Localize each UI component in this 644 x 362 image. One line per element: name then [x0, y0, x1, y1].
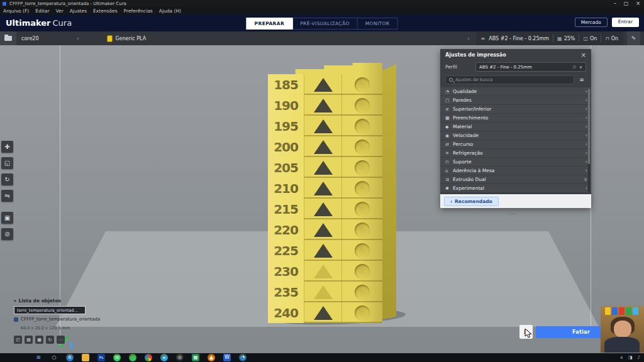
suporte-icon: ⊓ [445, 160, 453, 165]
settings-category-paredes[interactable]: ▢ Paredes ‹ [440, 96, 591, 104]
print-settings-summary[interactable]: ≡ ABS #2 - Fine - 0.25mm ▦25%◫On⊓On [476, 31, 623, 45]
object-list-item[interactable]: CFFFP_torre_temperatura_orientada [14, 317, 100, 322]
settings-category-aderencia-a-mesa[interactable]: ⌂ Aderência à Mesa ‹ [440, 167, 591, 175]
profile-collapse-chevron[interactable]: ‹ [465, 35, 472, 41]
layers-icon[interactable]: ▤ [25, 336, 33, 344]
menu-item-editar[interactable]: Editar [35, 8, 49, 14]
material-selector[interactable]: Generic PLA [107, 35, 147, 42]
printer-icon[interactable]: ◰ [14, 336, 22, 344]
adhesion-icon: ⊓ [605, 36, 609, 41]
taskbar-steam[interactable]: ◎ [176, 354, 184, 361]
taskbar-messenger[interactable] [129, 354, 136, 361]
panel-resize-handle[interactable]: ⋯ [509, 210, 517, 218]
scrollbar-thumb[interactable] [588, 89, 590, 164]
window-title: CFFFP_torre_temperatura_orientada - Ulti… [9, 1, 126, 6]
taskbar-edge-browser[interactable]: e [66, 354, 74, 361]
object-list-actions: ◰▤▦↻⋯ [14, 336, 65, 344]
settings-category-suporte[interactable]: ⊓ Suporte ‹ [440, 158, 591, 166]
panel-scrollbar[interactable] [588, 89, 590, 192]
tray-chevron[interactable]: ∧ [620, 355, 623, 360]
taskbar-telegram[interactable]: ➤ [160, 354, 168, 361]
grid-icon[interactable]: ▦ [35, 336, 43, 344]
support-blocker-tool[interactable]: ⊘ [1, 228, 13, 240]
edit-settings-button[interactable]: ✎ [627, 31, 640, 45]
sign-in-button[interactable]: Entrar [612, 18, 639, 27]
settings-category-material[interactable]: ◆ Material ‹ [440, 123, 591, 131]
settings-search-input[interactable]: Ajustes de busca [445, 75, 574, 84]
marketplace-button[interactable]: Mercado [575, 18, 608, 27]
taskbar-search[interactable]: ○ [50, 354, 58, 361]
triangle-cutout [314, 265, 333, 278]
settings-category-qualidade[interactable]: ◔ Qualidade ‹ [440, 87, 591, 96]
menu-item-preferencias[interactable]: Preferências [124, 8, 153, 14]
menu-item-ajustes[interactable]: Ajustes [70, 8, 87, 14]
folder-icon [4, 36, 12, 41]
temperature-label: 185 [268, 74, 304, 95]
triangle-cutout [314, 78, 333, 92]
logo-block [633, 307, 638, 315]
menu-item-extensoes[interactable]: Extensões [93, 8, 118, 14]
taskbar-vlc[interactable]: ▲ [208, 354, 215, 361]
profile-dropdown[interactable]: ABS #2 - Fine - 0.25mm ☆ ∨ [475, 62, 586, 72]
system-tray: ∧◨♪ [620, 353, 640, 362]
temperature-label: 205 [268, 157, 304, 178]
reload-icon[interactable]: ↻ [46, 336, 54, 344]
tower-row: 230 [268, 261, 382, 282]
object-list-title: Lista de objetos [19, 298, 62, 304]
maximize-icon[interactable]: ▢ [624, 0, 629, 7]
adhesion-chip[interactable]: ⊓On [605, 36, 618, 41]
settings-category-velocidade[interactable]: ◉ Velocidade ‹ [440, 131, 591, 140]
tray-volume[interactable]: ♪ [638, 355, 640, 360]
tab-preparar[interactable]: PREPARAR [247, 18, 293, 30]
more-icon[interactable]: ⋯ [57, 336, 65, 344]
taskbar-file-explorer[interactable] [82, 354, 89, 361]
temperature-label: 190 [268, 95, 304, 116]
settings-category-superior-inferior[interactable]: ≡ Superior/Inferior ‹ [440, 105, 591, 113]
setting-visibility-menu-icon[interactable]: ≡ [577, 77, 586, 83]
printer-selector[interactable]: core20 [16, 36, 74, 41]
tab-pre-visualizacao[interactable]: PRÉ-VISUALIZAÇÃO [292, 18, 358, 30]
refrigeracao-icon: ✳ [445, 151, 453, 156]
triangle-cutout [314, 140, 333, 154]
open-file-button[interactable] [0, 31, 16, 45]
taskbar-browser[interactable]: ◔ [239, 354, 247, 361]
taskbar-whatsapp[interactable]: ☏ [113, 354, 121, 361]
printer-collapse-chevron[interactable]: ‹ [74, 35, 82, 41]
close-icon[interactable]: × [636, 0, 640, 7]
scale-tool[interactable]: ◱ [1, 157, 13, 169]
object-list-header[interactable]: ▾ Lista de objetos [14, 298, 61, 304]
taskbar-chrome[interactable] [145, 354, 152, 361]
tray-display[interactable]: ◨ [628, 355, 633, 360]
taskbar-photoshop[interactable]: Ps [97, 354, 105, 361]
panel-title: Ajustes de impressão [445, 52, 581, 58]
taskbar-spreadsheet[interactable]: ▦ [192, 354, 199, 361]
minimize-icon[interactable]: – [614, 0, 616, 7]
infill-chip[interactable]: ▦25% [557, 36, 575, 41]
settings-category-experimental[interactable]: ✱ Experimental ‹ [440, 184, 591, 192]
logo-block [612, 307, 618, 315]
tower-row: 220 [268, 219, 382, 240]
menu-item-ajuda-h[interactable]: Ajuda (H) [159, 8, 181, 14]
close-panel-icon[interactable]: × [581, 52, 586, 58]
menu-item-ver[interactable]: Ver [55, 8, 63, 14]
settings-category-percurso[interactable]: ⇄ Percurso ‹ [440, 140, 591, 148]
object-list-selected-item[interactable]: torre_temperatura_orientad... [14, 306, 86, 314]
taskbar-start[interactable]: ⊞ [35, 354, 42, 361]
temperature-tower-model[interactable]: 185 190 195 200 205 210 215 220 225 230 [268, 63, 396, 323]
mirror-tool[interactable]: ⇋ [1, 190, 13, 202]
per-model-settings-tool[interactable]: ▣ [1, 212, 13, 224]
support-chip[interactable]: ◫On [583, 36, 597, 41]
settings-category-extrusao-dual[interactable]: ⇉ Extrusão Dual ∨ [440, 175, 591, 184]
app-window: CFFFP_torre_temperatura_orientada - Ulti… [0, 0, 644, 362]
preenchimento-icon: ▦ [445, 116, 453, 121]
tab-monitor[interactable]: MONITOR [358, 18, 398, 30]
menu-item-arquivo-f[interactable]: Arquivo (F) [3, 8, 29, 14]
settings-category-preenchimento[interactable]: ▦ Preenchimento ‹ [440, 114, 591, 122]
model-icon [14, 317, 18, 322]
settings-category-refrigeracao[interactable]: ✳ Refrigeração ‹ [440, 149, 591, 157]
recommended-mode-button[interactable]: ‹ Recomendado [444, 197, 499, 206]
taskbar-word[interactable]: W [223, 354, 231, 361]
left-toolbar: ✚◱↻⇋▣⊘ [1, 141, 13, 240]
move-tool[interactable]: ✚ [1, 141, 13, 153]
rotate-tool[interactable]: ↻ [1, 173, 13, 185]
